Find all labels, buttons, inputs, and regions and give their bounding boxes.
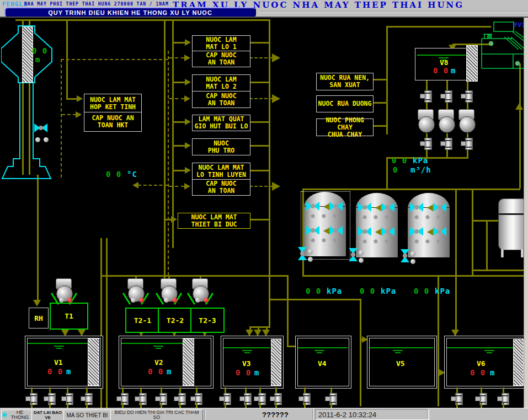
tank-level-value: 0 0 <box>47 367 63 376</box>
butterfly-valve-icon[interactable] <box>329 226 343 235</box>
drain-valve-icon[interactable] <box>349 248 358 261</box>
valve-icon[interactable] <box>475 393 487 404</box>
butterfly-valve-icon[interactable] <box>358 203 371 212</box>
status-dot <box>410 259 415 264</box>
statusbar-divider <box>205 409 206 419</box>
valve-icon[interactable] <box>497 393 509 404</box>
valve-icon[interactable] <box>81 393 93 404</box>
v8-pressure-unit: kPa <box>413 156 428 165</box>
valve-icon[interactable] <box>451 393 463 404</box>
tank-level-unit: m <box>167 367 172 376</box>
vessel-t1[interactable]: T1 <box>50 303 88 330</box>
butterfly-valve-icon[interactable] <box>433 203 446 212</box>
valve-icon[interactable] <box>219 393 231 404</box>
valve-icon[interactable] <box>440 90 452 101</box>
reset-protection-button[interactable]: DAT LAI BAO VE <box>31 410 64 420</box>
flow-box-line: HOP KET TINH <box>90 104 136 111</box>
tank-level-value: 0 0 <box>236 368 251 377</box>
flow-arrow <box>185 79 191 85</box>
valve-icon[interactable] <box>270 393 282 404</box>
pipe-dashed <box>138 185 168 186</box>
parameter-chart-button[interactable]: BIEU DO HIEN THI GIA TRI CAC THAM SO <box>110 410 203 420</box>
pipe-segment <box>249 42 269 44</box>
tower-level-unit: m <box>35 55 40 64</box>
tank-v5[interactable]: V5 <box>367 336 437 389</box>
butterfly-valve-icon[interactable] <box>381 203 394 212</box>
butterfly-valve-icon[interactable] <box>381 227 394 236</box>
system-button[interactable]: ✱ HE THONG <box>1 410 32 420</box>
tank-v4[interactable]: V4 <box>295 336 351 389</box>
status-dot <box>195 298 200 303</box>
valve-icon[interactable] <box>174 393 186 404</box>
valve-icon[interactable] <box>135 393 147 404</box>
butterfly-valve-icon[interactable] <box>410 227 423 236</box>
valve-icon[interactable] <box>298 393 311 404</box>
valve-icon[interactable] <box>61 393 73 404</box>
flow-box-line: PHU TRO <box>208 147 234 154</box>
tank-v3[interactable]: V3 0 0 m <box>221 336 284 389</box>
vessel-t2-3[interactable]: T2-3 <box>190 308 225 333</box>
pipe-segment <box>249 170 269 171</box>
butterfly-valve-icon[interactable] <box>410 203 423 212</box>
vessel-t2-2[interactable]: T2-2 <box>158 308 193 333</box>
drain-valve-icon[interactable] <box>298 247 307 260</box>
pump-icon[interactable] <box>457 109 477 134</box>
pump-icon[interactable] <box>436 109 456 134</box>
valve-icon[interactable] <box>25 393 38 404</box>
flow-arrow <box>427 204 433 211</box>
butterfly-valve-icon[interactable] <box>34 123 47 132</box>
flow-arrow <box>515 103 523 110</box>
pump-bracket <box>124 293 148 305</box>
valve-icon[interactable] <box>461 90 473 101</box>
valve-icon[interactable] <box>190 393 202 404</box>
tank-label: V2 <box>154 358 163 367</box>
tank-v1[interactable]: V1 0 0 m <box>25 336 103 389</box>
pump-icon[interactable] <box>416 109 436 134</box>
tank-v6[interactable]: V6 0 0 m <box>444 336 525 389</box>
pipe-segment <box>269 19 270 328</box>
pipe-segment <box>172 121 185 123</box>
flow-arrow <box>427 229 433 235</box>
valve-icon[interactable] <box>461 138 473 149</box>
valve-icon[interactable] <box>239 393 252 404</box>
valve-icon[interactable] <box>325 393 337 404</box>
diagram-canvas: 0 0 m NUOC LAM MATHOP KET TINH CAP NUOC … <box>0 17 528 409</box>
vessel-rh[interactable]: RH <box>29 308 49 329</box>
tower-level-value: 0 0 <box>32 46 47 55</box>
water-level <box>447 347 513 348</box>
valve-icon[interactable] <box>155 393 167 404</box>
flow-box-line: GIO HUT BUI LO <box>195 123 248 130</box>
water-ripples <box>151 344 166 351</box>
valve-icon[interactable] <box>420 138 432 149</box>
butterfly-valve-icon[interactable] <box>358 227 371 236</box>
pump-bracket <box>157 293 181 305</box>
water-ripples <box>240 348 254 355</box>
drain-valve-icon[interactable] <box>401 249 409 262</box>
scrollbar[interactable] <box>524 18 528 409</box>
pipe-segment <box>172 82 185 83</box>
valve-icon[interactable] <box>420 90 432 101</box>
pipe-segment <box>66 98 77 100</box>
pipe-segment <box>249 121 269 123</box>
butterfly-valve-icon[interactable] <box>433 227 446 236</box>
butterfly-valve-icon[interactable] <box>306 202 319 211</box>
flow-box-line: NUOC PHONG CHAY <box>317 117 373 131</box>
valve-icon[interactable] <box>440 138 452 149</box>
hkt-temp-value: 0 0 <box>106 170 121 179</box>
pipe-dashed <box>168 51 169 292</box>
valve-icon[interactable] <box>116 393 129 404</box>
pipe-segment <box>302 189 520 190</box>
tank-level-unit: m <box>490 368 495 377</box>
tank-level-value: 0 0 <box>470 368 486 377</box>
butterfly-valve-icon[interactable] <box>329 202 343 211</box>
water-ripples <box>52 344 66 351</box>
filter-column <box>183 338 194 386</box>
pipe-segment <box>446 79 448 90</box>
valve-icon[interactable] <box>44 393 56 404</box>
valve-icon[interactable] <box>254 393 266 404</box>
pipe-segment <box>164 19 166 279</box>
tank-v2[interactable]: V2 0 0 m <box>119 336 214 389</box>
equipment-code-button[interactable]: MA SO THIET BI <box>63 410 111 420</box>
vessel-t2-1[interactable]: T2-1 <box>125 308 160 333</box>
butterfly-valve-icon[interactable] <box>306 226 319 235</box>
